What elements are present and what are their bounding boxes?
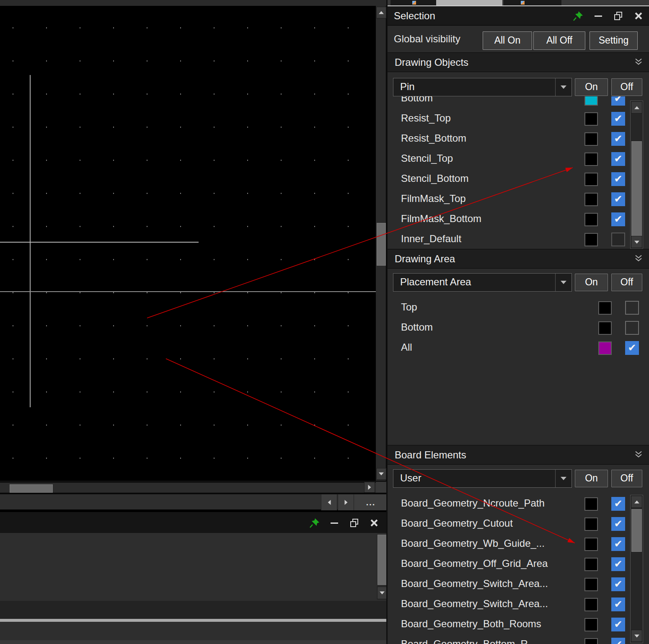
off-button[interactable]: Off bbox=[611, 274, 642, 291]
area-type-combobox[interactable]: Placement Area bbox=[393, 273, 572, 292]
color-swatch[interactable] bbox=[584, 598, 598, 611]
panel-tab-selection[interactable] bbox=[436, 0, 502, 5]
pin-icon[interactable] bbox=[573, 10, 584, 21]
scroll-thumb[interactable] bbox=[10, 484, 53, 493]
color-swatch[interactable] bbox=[584, 558, 598, 571]
close-button[interactable] bbox=[369, 517, 380, 528]
minimize-button[interactable] bbox=[329, 517, 340, 528]
list-item: Top bbox=[388, 297, 649, 317]
color-swatch[interactable] bbox=[584, 132, 598, 146]
visibility-checkbox[interactable] bbox=[611, 517, 625, 531]
color-swatch[interactable] bbox=[598, 321, 612, 335]
element-type-combobox[interactable]: User bbox=[393, 469, 572, 488]
tab-list-button[interactable]: ... bbox=[354, 494, 388, 510]
tab-scroll-left-button[interactable] bbox=[321, 494, 337, 510]
visibility-checkbox[interactable] bbox=[625, 341, 639, 355]
combo-dropdown-button[interactable] bbox=[555, 470, 571, 487]
visibility-checkbox[interactable] bbox=[611, 537, 625, 551]
all-on-button[interactable]: All On bbox=[483, 31, 532, 50]
visibility-checkbox[interactable] bbox=[611, 112, 625, 126]
list-item: Board_Geometry_Ncroute_Path bbox=[388, 493, 649, 513]
scroll-down-button[interactable] bbox=[376, 468, 386, 480]
color-swatch[interactable] bbox=[584, 618, 598, 631]
collapse-chevron-icon[interactable] bbox=[634, 58, 643, 67]
color-swatch[interactable] bbox=[584, 497, 598, 511]
pin-icon[interactable] bbox=[309, 517, 320, 528]
color-swatch[interactable] bbox=[584, 96, 598, 106]
color-swatch[interactable] bbox=[598, 341, 612, 355]
selection-titlebar[interactable]: Selection bbox=[388, 6, 649, 26]
visibility-checkbox[interactable] bbox=[625, 321, 639, 335]
visibility-checkbox[interactable] bbox=[611, 172, 625, 186]
color-swatch[interactable] bbox=[598, 301, 612, 315]
list-vscrollbar[interactable] bbox=[630, 101, 643, 249]
visibility-checkbox[interactable] bbox=[611, 192, 625, 206]
layer-label: Bottom bbox=[401, 96, 433, 108]
color-swatch[interactable] bbox=[584, 517, 598, 531]
color-swatch[interactable] bbox=[584, 578, 598, 591]
color-swatch[interactable] bbox=[584, 638, 598, 644]
color-swatch[interactable] bbox=[584, 112, 598, 126]
list-vscrollbar[interactable] bbox=[630, 495, 643, 643]
drawing-objects-list: Bottom Resist_Top Resist_Bottom Stencil_… bbox=[388, 96, 649, 249]
scroll-down-button[interactable] bbox=[631, 236, 642, 248]
scroll-up-button[interactable] bbox=[631, 101, 642, 114]
minimize-button[interactable] bbox=[593, 10, 604, 21]
bottom-panel-vscrollbar[interactable] bbox=[377, 534, 387, 600]
scroll-thumb[interactable] bbox=[377, 223, 386, 266]
combo-dropdown-button[interactable] bbox=[555, 274, 571, 291]
on-button[interactable]: On bbox=[575, 274, 608, 291]
visibility-checkbox[interactable] bbox=[611, 132, 625, 146]
color-swatch[interactable] bbox=[584, 233, 598, 246]
tab-scroll-right-button[interactable] bbox=[338, 494, 354, 510]
off-button[interactable]: Off bbox=[611, 78, 642, 96]
setting-button[interactable]: Setting bbox=[590, 31, 638, 50]
visibility-checkbox[interactable] bbox=[625, 301, 639, 315]
restore-button[interactable] bbox=[613, 10, 624, 21]
close-button[interactable] bbox=[633, 10, 644, 21]
scroll-thumb[interactable] bbox=[378, 535, 387, 585]
panel-tab-1[interactable] bbox=[390, 0, 437, 5]
bottom-panel-titlebar[interactable] bbox=[0, 511, 388, 533]
on-button[interactable]: On bbox=[575, 78, 608, 96]
visibility-checkbox[interactable] bbox=[611, 577, 625, 591]
color-swatch[interactable] bbox=[584, 538, 598, 551]
visibility-checkbox[interactable] bbox=[611, 638, 625, 644]
scroll-thumb[interactable] bbox=[631, 141, 642, 237]
color-swatch[interactable] bbox=[584, 173, 598, 186]
on-button[interactable]: On bbox=[575, 470, 608, 487]
scroll-down-button[interactable] bbox=[377, 587, 387, 599]
panel-tab-3[interactable] bbox=[504, 0, 561, 5]
section-title: Drawing Area bbox=[395, 249, 455, 268]
all-off-button[interactable]: All Off bbox=[533, 31, 585, 50]
visibility-checkbox[interactable] bbox=[611, 557, 625, 571]
visibility-checkbox[interactable] bbox=[611, 212, 625, 226]
restore-button[interactable] bbox=[349, 517, 360, 528]
off-button[interactable]: Off bbox=[611, 470, 642, 487]
visibility-checkbox[interactable] bbox=[611, 233, 625, 246]
collapse-chevron-icon[interactable] bbox=[634, 254, 643, 263]
color-swatch[interactable] bbox=[584, 193, 598, 206]
scroll-right-button[interactable] bbox=[364, 482, 375, 493]
canvas-hscrollbar[interactable] bbox=[0, 482, 376, 493]
collapse-chevron-icon[interactable] bbox=[634, 450, 643, 459]
off-label: Off bbox=[621, 277, 633, 287]
visibility-checkbox[interactable] bbox=[611, 618, 625, 631]
scroll-down-button[interactable] bbox=[631, 630, 642, 642]
visibility-checkbox[interactable] bbox=[611, 497, 625, 511]
splitter-bar[interactable] bbox=[0, 619, 388, 622]
scroll-up-button[interactable] bbox=[631, 496, 642, 508]
scroll-thumb[interactable] bbox=[631, 509, 642, 552]
visibility-checkbox[interactable] bbox=[611, 96, 625, 106]
canvas-vscrollbar[interactable] bbox=[376, 6, 386, 481]
combo-dropdown-button[interactable] bbox=[555, 78, 571, 96]
color-swatch[interactable] bbox=[584, 213, 598, 226]
object-type-combobox[interactable]: Pin bbox=[393, 78, 572, 96]
color-swatch[interactable] bbox=[584, 153, 598, 166]
scroll-up-button[interactable] bbox=[376, 7, 386, 18]
design-canvas[interactable] bbox=[0, 6, 376, 481]
status-strip bbox=[0, 601, 388, 619]
visibility-checkbox[interactable] bbox=[611, 152, 625, 166]
section-header-drawing-area: Drawing Area bbox=[388, 249, 649, 269]
visibility-checkbox[interactable] bbox=[611, 597, 625, 611]
